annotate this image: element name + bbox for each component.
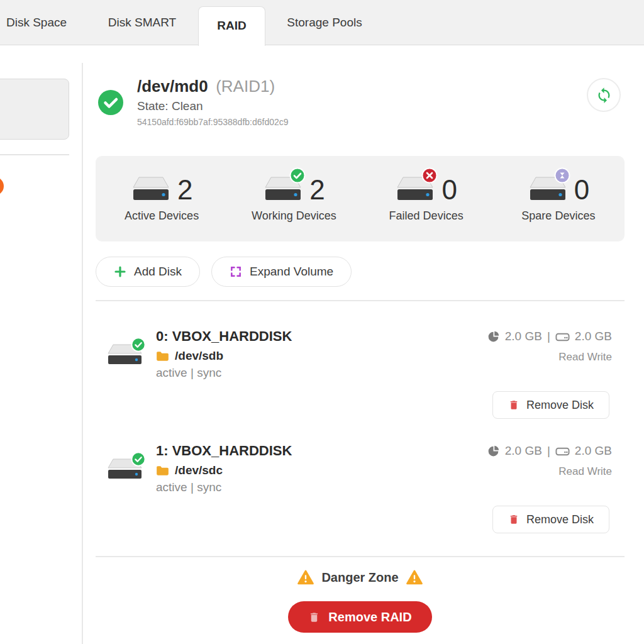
check-badge-icon	[131, 337, 146, 352]
disk-name: 0: VBOX_HARDDISK	[156, 328, 292, 345]
tab-raid[interactable]: RAID	[198, 6, 265, 46]
expand-volume-button[interactable]: Expand Volume	[211, 257, 352, 287]
section-divider	[96, 300, 625, 301]
raid-header: /dev/md0 (RAID1) State: Clean 54150afd:f…	[137, 77, 289, 127]
disk-usage: 2.0 GB | 2.0 GB	[487, 330, 612, 343]
trash-icon	[508, 399, 519, 411]
failed-devices-count: 0	[441, 176, 457, 204]
disk-info: 0: VBOX_HARDDISK /dev/sdb active | sync	[156, 328, 292, 380]
check-badge-icon	[131, 452, 146, 467]
folder-icon	[156, 465, 169, 476]
raid-list-item-card[interactable]	[0, 79, 69, 140]
disk-used-value: 2.0 GB	[505, 330, 542, 343]
warning-icon	[297, 570, 314, 585]
add-disk-label: Add Disk	[134, 265, 182, 279]
plus-icon	[114, 265, 126, 278]
disk-usage: 2.0 GB | 2.0 GB	[487, 444, 612, 458]
harddrive-icon	[528, 175, 568, 204]
stat-failed-devices: 0 Failed Devices	[360, 175, 492, 223]
raid-level-label: (RAID1)	[216, 77, 275, 96]
disk-capacity-value: 2.0 GB	[575, 444, 612, 458]
harddrive-icon	[263, 175, 303, 204]
drive-icon	[555, 330, 570, 343]
spare-devices-label: Spare Devices	[521, 209, 595, 223]
tab-disk-space[interactable]: Disk Space	[0, 0, 73, 45]
pie-chart-icon	[487, 330, 500, 343]
cross-badge-icon	[421, 167, 438, 184]
remove-raid-label: Remove RAID	[328, 610, 411, 625]
trash-icon	[508, 514, 519, 525]
disk-drive-icon	[107, 343, 143, 369]
remove-disk-label: Remove Disk	[526, 513, 594, 526]
refresh-button[interactable]	[587, 78, 621, 112]
refresh-icon	[596, 87, 613, 104]
drive-icon	[555, 445, 570, 457]
spare-devices-count: 0	[574, 176, 589, 204]
harddrive-icon	[131, 175, 171, 204]
disk-capacity-value: 2.0 GB	[575, 330, 612, 343]
raid-actions: Add Disk Expand Volume	[96, 257, 352, 287]
check-badge-icon	[289, 167, 306, 184]
danger-zone-title: Danger Zone	[321, 570, 398, 585]
disk-status-text: active | sync	[156, 366, 292, 380]
remove-disk-button[interactable]: Remove Disk	[492, 391, 609, 419]
stat-spare-devices: 0 Spare Devices	[492, 175, 625, 223]
disk-status-text: active | sync	[156, 480, 292, 494]
disk-row: 1: VBOX_HARDDISK /dev/sdc active | sync …	[96, 441, 625, 542]
raid-ok-icon	[98, 90, 123, 115]
expand-volume-label: Expand Volume	[250, 265, 333, 279]
pie-chart-icon	[487, 445, 500, 458]
trash-icon	[308, 611, 320, 623]
tab-bar: Disk Space Disk SMART RAID Storage Pools	[0, 0, 644, 45]
stat-working-devices: 2 Working Devices	[228, 175, 360, 223]
active-devices-count: 2	[177, 176, 192, 204]
disk-device-path: /dev/sdc	[175, 464, 223, 477]
left-panel-divider	[0, 154, 69, 155]
disk-row: 0: VBOX_HARDDISK /dev/sdb active | sync …	[96, 327, 625, 428]
raid-device-stats: 2 Active Devices 2 Working Device	[96, 156, 625, 242]
working-devices-count: 2	[309, 176, 325, 204]
active-devices-label: Active Devices	[125, 209, 199, 223]
failed-devices-label: Failed Devices	[389, 209, 464, 223]
danger-zone-header: Danger Zone	[96, 570, 625, 585]
tab-storage-pools[interactable]: Storage Pools	[277, 0, 372, 45]
remove-raid-container: Remove RAID	[96, 601, 625, 633]
disk-mode-text: Read Write	[558, 465, 612, 478]
raid-list-status-dot	[0, 177, 4, 196]
remove-disk-button[interactable]: Remove Disk	[492, 506, 609, 533]
disk-device-path: /dev/sdb	[175, 349, 223, 363]
expand-icon	[230, 265, 242, 278]
raid-uuid-text: 54150afd:f69bb7af:95388dfb:d6fd02c9	[137, 117, 289, 127]
add-disk-button[interactable]: Add Disk	[96, 257, 200, 287]
hourglass-badge-icon	[554, 167, 570, 184]
working-devices-label: Working Devices	[252, 209, 336, 223]
stat-active-devices: 2 Active Devices	[96, 175, 228, 223]
tab-disk-smart[interactable]: Disk SMART	[94, 0, 190, 45]
panel-separator	[82, 63, 83, 644]
usage-separator: |	[547, 330, 550, 343]
usage-separator: |	[547, 444, 550, 458]
harddrive-icon	[395, 175, 435, 204]
remove-raid-button[interactable]: Remove RAID	[288, 601, 431, 633]
disk-mode-text: Read Write	[558, 351, 612, 364]
disk-info: 1: VBOX_HARDDISK /dev/sdc active | sync	[156, 443, 292, 494]
raid-device-title: /dev/md0	[137, 77, 208, 96]
raid-state-text: State: Clean	[137, 99, 289, 113]
warning-icon	[406, 570, 423, 585]
danger-divider	[96, 556, 625, 557]
disk-used-value: 2.0 GB	[505, 444, 542, 458]
folder-icon	[156, 351, 169, 362]
disk-drive-icon	[107, 458, 143, 483]
remove-disk-label: Remove Disk	[526, 399, 594, 412]
disk-name: 1: VBOX_HARDDISK	[156, 443, 292, 459]
